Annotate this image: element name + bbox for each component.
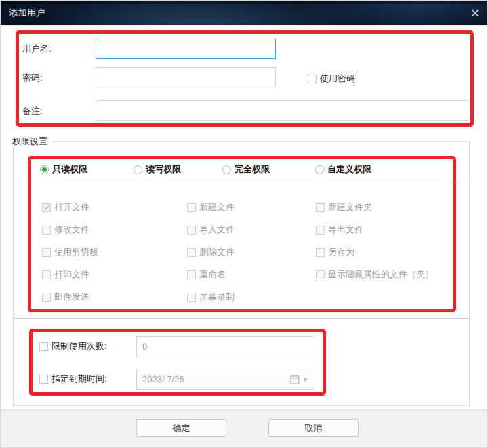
usage-count-input[interactable] — [136, 336, 314, 357]
divider-below-radios — [14, 184, 469, 184]
radio-read-write-label: 读写权限 — [146, 163, 181, 176]
date-dropdown-arrow-icon[interactable]: ▼ — [302, 376, 308, 383]
perm-screen-record[interactable]: 屏幕录制 — [187, 291, 316, 302]
perm-show-hidden[interactable]: 显示隐藏属性的文件（夹） — [316, 269, 449, 280]
perm-rename-checkbox[interactable] — [187, 270, 196, 279]
perm-rename[interactable]: 重命名 — [187, 269, 316, 280]
ok-button[interactable]: 确定 — [136, 419, 226, 437]
radio-read-write[interactable]: 读写权限 — [134, 163, 181, 176]
username-label: 用户名: — [22, 43, 52, 55]
radio-read-only-control[interactable] — [40, 165, 49, 174]
cancel-button[interactable]: 取消 — [268, 419, 359, 437]
username-input[interactable] — [96, 39, 276, 59]
perm-save-as-checkbox[interactable] — [316, 248, 325, 257]
perm-new-folder-checkbox[interactable] — [316, 203, 325, 212]
dialog-footer: 确定 取消 — [1, 409, 488, 448]
perm-email-send-checkbox[interactable] — [42, 293, 51, 302]
radio-custom[interactable]: 自定义权限 — [315, 163, 371, 176]
note-label: 备注: — [22, 105, 43, 117]
perm-export-file[interactable]: 导出文件 — [316, 224, 449, 235]
perm-show-hidden-checkbox[interactable] — [316, 270, 325, 279]
use-password-checkbox[interactable] — [308, 75, 317, 83]
note-input[interactable] — [96, 100, 468, 121]
perm-new-file[interactable]: 新建文件 — [187, 202, 316, 213]
perm-modify-file[interactable]: 修改文件 — [42, 224, 187, 235]
perm-open-file-checkbox[interactable] — [42, 203, 51, 212]
expire-date-checkbox[interactable] — [39, 375, 48, 384]
close-icon[interactable]: ✕ — [467, 6, 483, 21]
use-password-option[interactable]: 使用密码 — [308, 73, 355, 85]
perm-delete-file-checkbox[interactable] — [187, 248, 196, 257]
radio-read-only[interactable]: 只读权限 — [40, 163, 87, 176]
radio-read-only-label: 只读权限 — [52, 163, 87, 176]
perm-screen-record-checkbox[interactable] — [187, 293, 196, 302]
permission-group-label: 权限设置 — [12, 136, 53, 148]
password-input[interactable] — [96, 67, 276, 87]
perm-open-file[interactable]: 打开文件 — [42, 202, 187, 213]
perm-new-file-checkbox[interactable] — [187, 203, 196, 212]
perm-new-folder[interactable]: 新建文件夹 — [316, 202, 449, 213]
usage-limit-option[interactable]: 限制使用次数: — [39, 340, 107, 352]
calendar-icon — [290, 375, 300, 384]
use-password-label: 使用密码 — [320, 73, 355, 85]
perm-email-send[interactable]: 邮件发送 — [42, 291, 187, 302]
perm-modify-file-checkbox[interactable] — [42, 226, 51, 235]
perm-save-as[interactable]: 另存为 — [316, 247, 449, 258]
dialog-title: 添加用户 — [9, 1, 45, 25]
permission-grid: 打开文件 新建文件 新建文件夹 修改文件 导入文件 导出文件 使用剪切板 删除 — [42, 202, 449, 302]
usage-limit-checkbox[interactable] — [39, 342, 48, 351]
radio-custom-control[interactable] — [315, 165, 324, 174]
radio-full-label: 完全权限 — [235, 163, 270, 176]
perm-print-file-checkbox[interactable] — [42, 270, 51, 279]
perm-clipboard-checkbox[interactable] — [42, 248, 51, 257]
radio-full-control[interactable] — [222, 165, 231, 174]
expire-date-option[interactable]: 指定到期时间: — [39, 373, 107, 385]
perm-print-file[interactable]: 打印文件 — [42, 269, 187, 280]
add-user-dialog: 添加用户 ✕ 用户名: 密码: 使用密码 备注: 权限设置 只读权限 读写权限 … — [0, 0, 488, 448]
expire-date-value: 2023/ 7/26 — [142, 374, 290, 384]
usage-limit-label: 限制使用次数: — [52, 340, 107, 352]
perm-import-file[interactable]: 导入文件 — [187, 224, 316, 235]
radio-full[interactable]: 完全权限 — [222, 163, 270, 176]
radio-read-write-control[interactable] — [134, 165, 142, 174]
perm-delete-file[interactable]: 删除文件 — [187, 247, 316, 258]
perm-clipboard[interactable]: 使用剪切板 — [42, 247, 187, 258]
expire-date-picker[interactable]: 2023/ 7/26 ▼ — [136, 369, 314, 390]
perm-import-file-checkbox[interactable] — [187, 226, 196, 235]
divider-below-grid — [14, 318, 469, 319]
titlebar: 添加用户 ✕ — [1, 1, 488, 26]
perm-export-file-checkbox[interactable] — [316, 226, 325, 235]
expire-date-label: 指定到期时间: — [52, 373, 107, 385]
password-label: 密码: — [22, 72, 43, 84]
radio-custom-label: 自定义权限 — [327, 163, 371, 176]
